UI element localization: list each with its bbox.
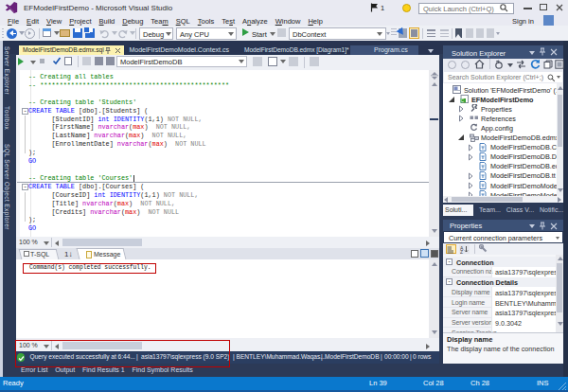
svg-text:Z: Z	[460, 249, 463, 254]
